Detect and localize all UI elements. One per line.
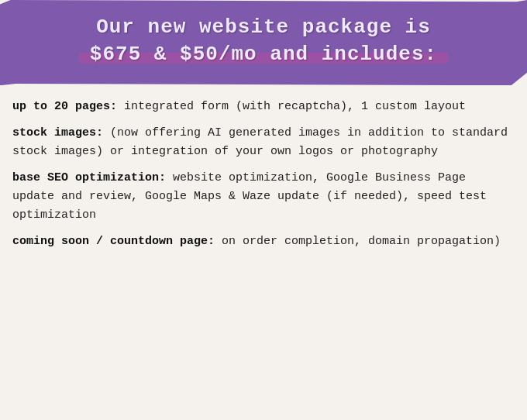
header-line2: $675 & $50/mo and includes: — [90, 43, 437, 66]
feature-seo-label: base SEO optimization: — [12, 171, 166, 184]
feature-countdown: coming soon / countdown page: on order c… — [12, 232, 515, 251]
feature-pages-label: up to 20 pages: — [12, 100, 117, 113]
header-text: Our new website package is $675 & $50/mo… — [16, 14, 512, 68]
content-section: up to 20 pages: integrated form (with re… — [0, 91, 527, 271]
header-section: Our new website package is $675 & $50/mo… — [0, 0, 527, 85]
feature-pages: up to 20 pages: integrated form (with re… — [12, 98, 515, 116]
feature-stock-label: stock images: — [12, 126, 103, 139]
feature-seo: base SEO optimization: website optimizat… — [12, 169, 515, 225]
feature-pages-desc: integrated form (with recaptcha), 1 cust… — [117, 100, 466, 113]
header-line1: Our new website package is — [96, 15, 431, 39]
feature-stock: stock images: (now offering AI generated… — [12, 124, 515, 161]
feature-countdown-desc: on order completion, domain propagation) — [215, 235, 501, 248]
feature-countdown-label: coming soon / countdown page: — [12, 235, 215, 248]
page-container: Our new website package is $675 & $50/mo… — [0, 0, 527, 420]
